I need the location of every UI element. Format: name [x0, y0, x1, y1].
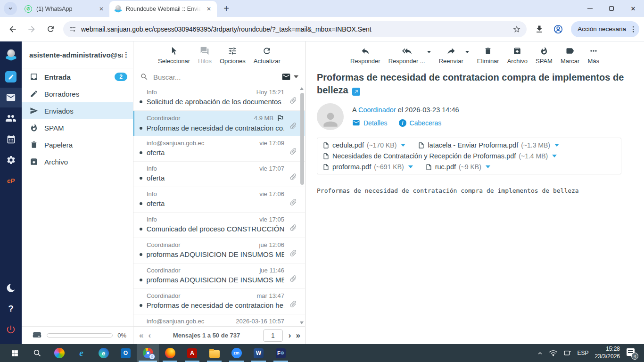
message-row[interactable]: Coordinador mar 13:47 Proformas de neces… [133, 289, 305, 314]
bookmark-star-icon[interactable] [512, 25, 521, 33]
minimize-button[interactable] [579, 0, 601, 17]
tab-roundcube[interactable]: Roundcube Webmail :: Enviados ✕ [109, 1, 217, 17]
taskbar-app-word[interactable]: W [248, 344, 270, 362]
search-input[interactable] [153, 73, 277, 81]
first-page-button[interactable]: « [139, 331, 142, 340]
scroll-up-icon[interactable] [300, 87, 304, 90]
open-in-new-window-icon[interactable] [352, 88, 360, 96]
taskbar-app-chrome[interactable]: ☺ [137, 344, 159, 362]
attachment-chip[interactable]: ruc.pdf (~9 KB) [425, 163, 490, 171]
message-row[interactable]: Coordinador jue 12:06 proformas ADQUISIC… [133, 238, 305, 263]
list-toolbar-seleccionar[interactable]: Seleccionar [158, 45, 190, 65]
dropdown-caret-icon[interactable] [427, 51, 431, 53]
recipient-link[interactable]: Coordinador [358, 106, 396, 114]
maximize-button[interactable] [601, 0, 622, 17]
tray-expand-button[interactable] [537, 350, 543, 356]
sidebar-item-borradores[interactable]: Borradores [22, 85, 133, 102]
attachment-menu-caret-icon[interactable] [486, 165, 490, 168]
forward-button[interactable] [24, 21, 40, 37]
last-page-button[interactable]: » [296, 331, 299, 340]
message-toolbar-archivo[interactable]: Archivo [507, 45, 528, 65]
new-tab-button[interactable]: + [220, 2, 233, 15]
browser-menu-button[interactable]: Acción necesaria ⋮ [571, 21, 639, 37]
close-tab-icon[interactable]: ✕ [205, 5, 213, 13]
compose-button[interactable] [0, 67, 22, 87]
message-toolbar-responder[interactable]: Responder ... [388, 45, 425, 65]
profile-button[interactable] [550, 21, 566, 37]
attachment-chip[interactable]: proforma.pdf (~691 KB) [322, 163, 413, 171]
message-toolbar-spam[interactable]: SPAM [536, 45, 553, 65]
list-toolbar-actualizar[interactable]: Actualizar [254, 45, 281, 65]
message-row[interactable]: Coordinador 4.9 MB Proformas de necesida… [133, 111, 305, 136]
close-button[interactable]: ✕ [622, 0, 644, 17]
message-row[interactable]: info@sanjuan.gob.ec vie 17:09 oferta [133, 136, 305, 162]
next-page-button[interactable]: › [289, 331, 290, 340]
taskbar-app-start[interactable] [4, 344, 26, 362]
dark-mode-button[interactable] [0, 278, 22, 298]
clock[interactable]: 15:28 23/3/2026 [595, 346, 620, 360]
list-toolbar-opciones[interactable]: Opciones [220, 45, 246, 65]
nav-contacts-button[interactable] [0, 108, 22, 128]
downloads-button[interactable] [531, 21, 547, 37]
connect-display-icon[interactable] [563, 349, 571, 357]
help-button[interactable]: ? [0, 299, 22, 319]
tab-whatsapp[interactable]: ✆ (1) WhatsApp ✕ [20, 1, 109, 17]
attachment-menu-caret-icon[interactable] [401, 144, 405, 147]
nav-mail-button[interactable] [0, 88, 22, 107]
search-scope-button[interactable] [281, 72, 298, 82]
taskbar-app-search[interactable] [26, 344, 48, 362]
language-indicator[interactable]: ESP [578, 350, 589, 356]
message-row[interactable]: Info vie 17:06 oferta [133, 187, 305, 213]
account-menu-icon[interactable]: ⋮ [123, 50, 129, 59]
taskbar-app-forti[interactable]: F⚙ [270, 344, 292, 362]
prev-page-button[interactable]: ‹ [148, 331, 150, 340]
scroll-down-icon[interactable] [300, 321, 304, 324]
cpanel-link[interactable]: cP [0, 171, 22, 190]
message-row[interactable]: info@sanjuan.gob.ec 2026-03-16 10:57 [133, 314, 305, 326]
taskbar-app-acrobat[interactable]: A [181, 344, 203, 362]
attachment-chip[interactable]: Necesidades de Contratación y Recepción … [322, 152, 557, 160]
taskbar-app-edge[interactable]: e [92, 344, 115, 362]
nav-settings-button[interactable] [0, 150, 22, 170]
notification-center-button[interactable]: 4 [626, 348, 636, 358]
attachment-chip[interactable]: latacela - Enviar Proforma.pdf (~1.3 MB) [418, 141, 559, 149]
message-toolbar-responder[interactable]: Responder [350, 45, 380, 65]
message-toolbar-marcar[interactable]: Marcar [561, 45, 579, 65]
headers-toggle[interactable]: i Cabeceras [399, 119, 442, 127]
taskbar-app-zoom[interactable]: zm [225, 344, 248, 362]
message-row[interactable]: Info vie 17:07 oferta [133, 162, 305, 187]
attachment-menu-caret-icon[interactable] [554, 144, 559, 147]
back-button[interactable] [5, 21, 21, 37]
sidebar-item-papelera[interactable]: Papelera [22, 136, 133, 153]
taskbar-app-ie[interactable]: e [70, 344, 92, 362]
message-row[interactable]: Info vie 17:05 Comunicado del proceso CO… [133, 213, 305, 238]
page-number-input[interactable] [263, 329, 283, 342]
wifi-icon[interactable] [549, 349, 557, 357]
logout-button[interactable] [0, 320, 22, 339]
reload-button[interactable] [42, 21, 58, 37]
attachment-chip[interactable]: cedula.pdf (~170 KB) [322, 141, 405, 149]
sidebar-item-archivo[interactable]: Archivo [22, 153, 133, 170]
dropdown-caret-icon[interactable] [465, 51, 469, 53]
details-toggle[interactable]: Detalles [352, 119, 388, 127]
tab-search-button[interactable] [4, 2, 17, 15]
list-scrollbar[interactable] [299, 85, 305, 326]
message-row[interactable]: Coordinador jue 11:46 proformas ADQUISIC… [133, 263, 305, 289]
taskbar-app-firefox[interactable] [159, 344, 181, 362]
message-toolbar-más[interactable]: Más [587, 45, 599, 65]
close-tab-icon[interactable]: ✕ [97, 5, 106, 13]
address-bar[interactable]: webmail.sanjuan.gob.ec/cpsess0309469395/… [63, 21, 527, 37]
taskbar-app-copilot[interactable] [48, 344, 70, 362]
sidebar-item-spam[interactable]: SPAM [22, 119, 133, 136]
sidebar-item-enviados[interactable]: Enviados [22, 102, 133, 119]
site-info-icon[interactable] [69, 25, 76, 33]
sidebar-item-entrada[interactable]: Entrada2 [22, 68, 133, 85]
message-toolbar-reenviar[interactable]: Reenviar [439, 45, 463, 65]
list-toolbar-hilos[interactable]: Hilos [198, 45, 212, 65]
nav-calendar-button[interactable] [0, 129, 22, 149]
attachment-menu-caret-icon[interactable] [408, 165, 413, 168]
attachment-menu-caret-icon[interactable] [552, 155, 557, 157]
taskbar-app-outlook[interactable]: O [115, 344, 137, 362]
taskbar-app-explorer[interactable] [203, 344, 225, 362]
message-toolbar-eliminar[interactable]: Eliminar [477, 45, 499, 65]
